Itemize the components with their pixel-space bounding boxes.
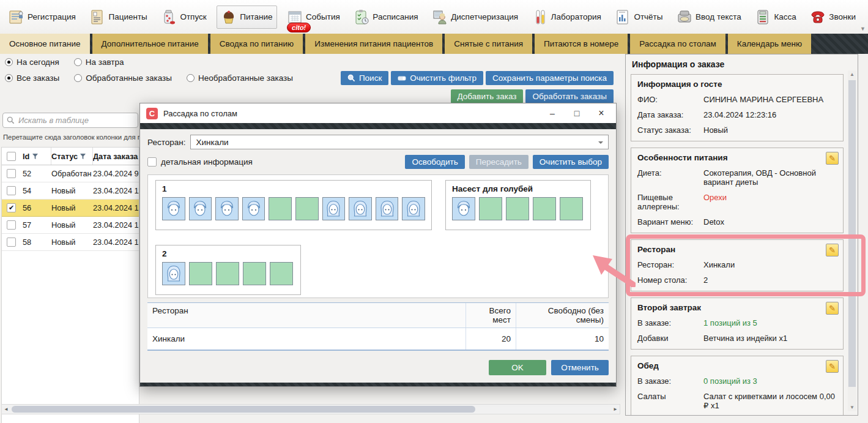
toolbar-item-calls[interactable]: Звонки: [806, 6, 859, 28]
seat-free[interactable]: [269, 197, 292, 220]
radio-processed-orders[interactable]: Обработанные заказы: [74, 73, 172, 83]
tab-removed-from-nutrition[interactable]: Снятые с питания: [445, 34, 532, 54]
schedules-icon: [354, 9, 369, 25]
section-lunch: Обед ✎ В заказе:0 позиций из 3 СалатыСал…: [631, 356, 844, 416]
scrollbar-thumb[interactable]: [848, 80, 856, 387]
scroll-down-icon[interactable]: ▼: [848, 405, 856, 410]
clear-filter-button[interactable]: Очистить фильтр: [391, 71, 483, 85]
tab-nutrition-changes[interactable]: Изменения питания пациентов: [305, 34, 442, 54]
save-search-params-button[interactable]: Сохранить параметры поиска: [486, 71, 614, 85]
toolbar-item-events[interactable]: События cito!: [283, 6, 344, 28]
seat-occupied-male[interactable]: [242, 197, 265, 220]
table-row[interactable]: 52 Обработан 23.04.2024 9:2: [2, 165, 139, 182]
edit-icon[interactable]: ✎: [826, 360, 839, 373]
seat-free[interactable]: [479, 197, 502, 220]
column-header-date[interactable]: Дата заказа: [93, 152, 139, 161]
seat-free[interactable]: [295, 197, 319, 220]
table-row[interactable]: 54 Новый 23.04.2024 11: [2, 182, 139, 200]
radio-tomorrow[interactable]: На завтра: [74, 58, 124, 67]
toolbar-item-cash-register[interactable]: Касса: [751, 6, 799, 28]
tab-table-seating[interactable]: Рассадка по столам: [630, 34, 725, 54]
row-checkbox-cell[interactable]: [2, 186, 21, 195]
seat-occupied-female[interactable]: [402, 197, 425, 220]
row-checkbox-cell[interactable]: [2, 203, 21, 212]
seat-free[interactable]: [243, 262, 266, 285]
day-filter-group: На сегодня На завтра: [5, 58, 124, 67]
seat-occupied-male[interactable]: [189, 197, 212, 220]
table-row[interactable]: 57 Новый 23.04.2024 13: [2, 217, 139, 234]
maximize-icon[interactable]: □: [565, 104, 589, 122]
horizontal-scrollbar[interactable]: ◄ ►: [1, 404, 620, 414]
table-search-input[interactable]: [18, 116, 134, 125]
dining-table-1: 1: [155, 180, 432, 230]
process-orders-button[interactable]: Обработать заказы: [525, 89, 614, 103]
row-checkbox-cell[interactable]: [2, 169, 21, 178]
clear-selection-button[interactable]: Очистить выбор: [533, 155, 609, 169]
seat-occupied-female[interactable]: [376, 197, 399, 220]
tab-menu-calendar[interactable]: Календарь меню: [728, 34, 811, 54]
seat-occupied-female[interactable]: [162, 262, 185, 285]
add-order-button[interactable]: Добавить заказ: [451, 89, 524, 103]
summary-row[interactable]: Хинкали 20 10: [147, 328, 609, 350]
ok-button[interactable]: OK: [489, 360, 546, 375]
seat-occupied-male[interactable]: [452, 197, 475, 220]
seat-free[interactable]: [560, 197, 583, 220]
seating-map: 1 Насест для голубей 2: [147, 174, 609, 298]
edit-icon[interactable]: ✎: [826, 244, 839, 256]
toolbar-item-lab[interactable]: Лаборатория: [529, 6, 605, 28]
close-icon[interactable]: ×: [589, 104, 614, 122]
table-row-selected[interactable]: 56 Новый 23.04.2024 12: [2, 200, 139, 217]
header-checkbox-cell[interactable]: [2, 152, 21, 161]
seat-occupied-male[interactable]: [215, 197, 239, 220]
seat-free[interactable]: [506, 197, 529, 220]
toolbar-item-vacation[interactable]: Отпуск: [157, 6, 210, 28]
seat-occupied-male[interactable]: [162, 197, 185, 220]
seat-free[interactable]: [270, 262, 293, 285]
tab-main-nutrition[interactable]: Основное питание: [0, 34, 90, 54]
column-header-status[interactable]: Статус: [51, 148, 93, 165]
dialog-titlebar[interactable]: C Рассадка по столам – □ ×: [140, 103, 616, 123]
toolbar-item-text-entry[interactable]: Ввод текста: [673, 6, 745, 28]
seat-free[interactable]: [216, 262, 239, 285]
cito-badge[interactable]: cito!: [287, 23, 311, 32]
toolbar-item-registration[interactable]: Регистрация: [5, 6, 80, 28]
radio-all-orders[interactable]: Все заказы: [5, 73, 59, 83]
tab-eat-in-room[interactable]: Питаются в номере: [535, 34, 628, 54]
edit-icon[interactable]: ✎: [826, 152, 839, 165]
toolbar-item-nutrition[interactable]: Питание: [217, 6, 276, 29]
seat-occupied-female[interactable]: [322, 197, 346, 220]
tab-nutrition-summary[interactable]: Сводка по питанию: [210, 34, 303, 54]
summary-header: Ресторан Всего мест Свободно (без смены): [147, 303, 609, 328]
toolbar-item-dispatch[interactable]: Диспетчеризация: [428, 6, 522, 28]
move-guest-button[interactable]: Пересадить: [469, 155, 529, 169]
row-checkbox-cell[interactable]: [2, 220, 21, 230]
scrollbar-thumb[interactable]: [12, 406, 475, 413]
radio-today[interactable]: На сегодня: [5, 58, 59, 67]
vertical-scrollbar[interactable]: ▲ ▼: [848, 70, 856, 411]
table-row[interactable]: 58 Новый 23.04.2024 13: [2, 234, 139, 251]
tab-additional-nutrition[interactable]: Дополнительное питание: [92, 34, 208, 54]
scroll-up-icon[interactable]: ▲: [848, 72, 856, 77]
column-header-id[interactable]: Id: [21, 148, 51, 165]
toolbar-item-schedules[interactable]: Расписания: [350, 6, 421, 28]
minimize-icon[interactable]: –: [540, 104, 565, 122]
edit-icon[interactable]: ✎: [826, 302, 839, 315]
toolbar-item-label: Лаборатория: [551, 12, 601, 21]
toolbar-item-reports[interactable]: Отчёты: [611, 6, 666, 28]
search-button[interactable]: Поиск: [341, 71, 388, 85]
cancel-button[interactable]: Отменить: [551, 360, 609, 375]
seat-free[interactable]: [189, 262, 212, 285]
detail-info-checkbox[interactable]: [147, 157, 157, 167]
row-checkbox-cell[interactable]: [2, 238, 21, 247]
toolbar-overflow-icon[interactable]: ▼: [860, 26, 866, 32]
toolbar-item-patients[interactable]: Пациенты: [86, 6, 150, 28]
seat-free[interactable]: [533, 197, 556, 220]
free-seat-button[interactable]: Освободить: [405, 155, 464, 169]
radio-unprocessed-orders[interactable]: Необработанные заказы: [187, 73, 293, 83]
seat-occupied-female[interactable]: [349, 197, 372, 220]
toolbar-item-label: Расписания: [373, 12, 418, 21]
restaurant-select[interactable]: Хинкали: [190, 135, 609, 149]
scroll-right-icon[interactable]: ►: [611, 406, 620, 412]
lab-icon: [532, 9, 548, 25]
scroll-left-icon[interactable]: ◄: [2, 406, 10, 412]
